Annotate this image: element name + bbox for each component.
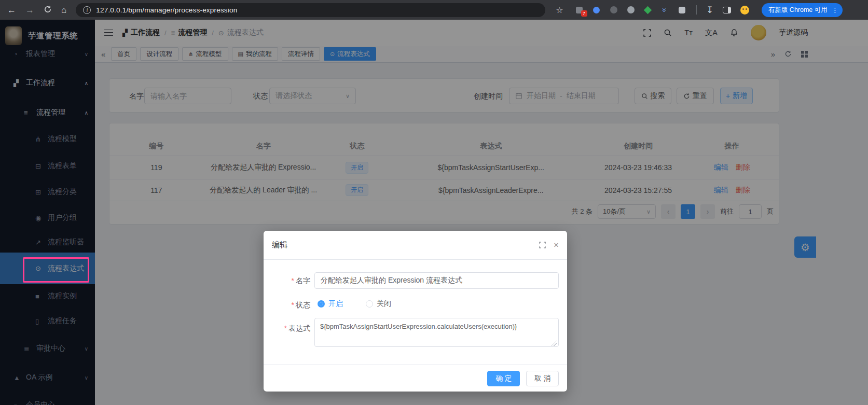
lighthouse-extension-icon[interactable] [592,5,601,15]
extension-badge: 7 [581,10,587,17]
address-bar[interactable]: i 127.0.0.1/bpm/manager/process-expressi… [76,3,545,17]
radio-unselected-icon [366,300,373,308]
dialog-name-label: *名字 [264,276,310,286]
dialog-footer: 确 定 取 消 [264,365,567,392]
browser-reload-icon[interactable] [44,5,52,15]
extensions-row: 7 » [575,5,687,15]
blue-chevrons-extension-icon[interactable]: » [660,5,670,15]
cancel-button[interactable]: 取 消 [526,371,559,386]
dialog-close-icon[interactable]: × [554,241,559,249]
dialog-expression-textarea[interactable]: ${bpmTaskAssignStartUserExpression.calcu… [314,318,559,347]
extension-icon[interactable]: 7 [575,5,584,15]
downloads-icon[interactable]: ↧ [706,6,713,15]
radio-selected-icon [318,300,325,308]
toolbar-divider [696,5,697,15]
browser-back-icon[interactable]: ← [7,6,16,15]
dialog-status-radio-group: 开启 关闭 [318,299,391,309]
browser-forward-icon[interactable]: → [25,6,34,15]
bookmark-star-icon[interactable]: ☆ [556,5,563,15]
browser-home-icon[interactable]: ⌂ [61,6,66,15]
textarea-resize-handle[interactable] [552,341,557,346]
dialog-expression-label: *表达式 [264,324,310,333]
browser-menu-icon[interactable]: ⋮ [832,6,838,14]
dialog-name-input[interactable] [314,272,559,289]
dialog-status-label: *状态 [264,301,310,310]
emoji-extension-icon[interactable] [740,6,749,15]
side-panel-icon[interactable] [723,7,731,13]
radio-status-on[interactable]: 开启 [318,299,343,309]
radio-status-off[interactable]: 关闭 [366,299,391,309]
url-text[interactable]: 127.0.0.1/bpm/manager/process-expression [96,6,237,14]
screenshot-root: ← → ⌂ i 127.0.0.1/bpm/manager/process-ex… [0,0,868,405]
highlight-annotation-box [23,257,89,283]
gray-extension-icon[interactable] [626,5,636,15]
browser-chrome: ← → ⌂ i 127.0.0.1/bpm/manager/process-ex… [0,0,868,20]
dialog-fullscreen-icon[interactable] [539,242,546,248]
green-extension-icon[interactable] [643,5,653,15]
dialog-title: 编辑 [272,240,287,250]
extensions-puzzle-icon[interactable] [678,5,687,15]
chrome-update-label: 有新版 Chrome 可用 [768,6,828,15]
confirm-button[interactable]: 确 定 [487,371,520,386]
chrome-update-button[interactable]: 有新版 Chrome 可用 ⋮ [762,3,843,17]
dialog-header: 编辑 × [264,231,567,260]
edit-dialog: 编辑 × *名字 *状态 开启 关闭 *表达式 ${bpmTaskAssignS… [264,231,567,392]
site-info-icon[interactable]: i [83,6,91,14]
dark-extension-icon[interactable] [609,5,618,15]
